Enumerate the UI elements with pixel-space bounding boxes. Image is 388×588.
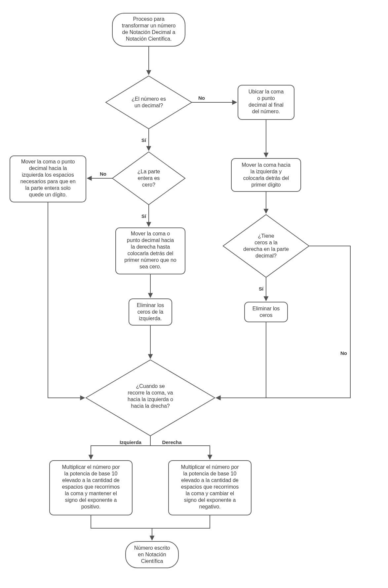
svg-text:Multiplicar el número porla po: Multiplicar el número porla potencia de … xyxy=(62,464,120,509)
node-process-eliminar-ceros: Eliminar losceros xyxy=(245,302,288,322)
svg-marker-14 xyxy=(223,215,309,277)
node-decision-decimal: ¿El número esun decimal? xyxy=(106,76,192,129)
label-derecha: Derecha xyxy=(162,439,182,445)
edge-neg-to-end xyxy=(152,515,210,540)
label-no-2: No xyxy=(100,171,106,177)
node-process-eliminar-ceros-izquierda: Eliminar losceros de laizquierda. xyxy=(129,299,172,325)
label-si-1: Sí xyxy=(141,137,146,143)
node-process-mover-izquierda-primer-digito: Mover la coma haciala izquierda ycolocar… xyxy=(231,158,301,191)
node-decision-ceros-derecha: ¿Tieneceros a laderecha en la partedecim… xyxy=(223,215,309,277)
svg-text:Multiplicar el número porla po: Multiplicar el número porla potencia de … xyxy=(181,464,239,509)
edge-elim-ceros-to-dir xyxy=(216,322,266,398)
node-process-ubicar-coma: Ubicar la comao puntodecimal al finaldel… xyxy=(238,85,294,120)
node-process-multiplicar-negativo: Multiplicar el número porla potencia de … xyxy=(169,461,251,515)
svg-text:Eliminar losceros de laizquier: Eliminar losceros de laizquierda. xyxy=(137,302,164,321)
node-end: Número escritoen NotaciónCientífica xyxy=(126,541,178,568)
node-start: Proceso paratransformar un númerode Nota… xyxy=(112,13,185,46)
edge-pos-to-end xyxy=(91,515,152,540)
node-process-mover-izquierda-un-digito: Mover la coma o puntodecimal hacia laizq… xyxy=(10,156,86,202)
label-no-1: No xyxy=(198,95,205,101)
node-process-mover-derecha: Mover la coma opunto decimal haciala der… xyxy=(116,228,185,274)
edge-mover-izq-un-digito-to-dir xyxy=(48,202,85,398)
label-no-3: No xyxy=(340,350,347,356)
node-decision-direccion: ¿Cuando serecorre la coma, vahacia la iz… xyxy=(86,360,215,436)
flowchart-canvas: Proceso paratransformar un númerode Nota… xyxy=(0,0,388,588)
label-izquierda: Izquierda xyxy=(120,439,142,445)
svg-marker-2 xyxy=(106,76,192,129)
node-process-multiplicar-positivo: Multiplicar el número porla potencia de … xyxy=(50,461,132,515)
svg-rect-18 xyxy=(245,302,288,322)
label-si-3: Sí xyxy=(259,286,264,292)
label-si-2: Sí xyxy=(141,213,146,219)
node-decision-entera-cero: ¿La parteentera escero? xyxy=(112,152,185,205)
